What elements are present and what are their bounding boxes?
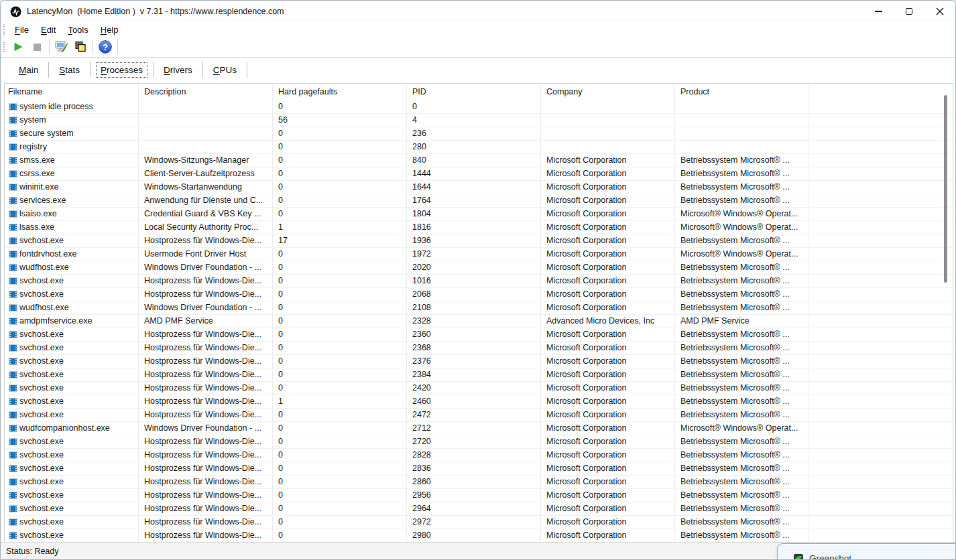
table-row[interactable]: svchost.exeHostprozess für Windows-Die..… — [5, 275, 953, 288]
table-row[interactable]: svchost.exeHostprozess für Windows-Die..… — [5, 234, 953, 248]
cell-pid: 1764 — [407, 194, 541, 207]
table-row[interactable]: svchost.exeHostprozess für Windows-Die..… — [5, 529, 953, 543]
start-monitor-button[interactable] — [9, 38, 27, 56]
cell-product: Microsoft® Windows® Operat... — [675, 208, 809, 220]
greenshot-icon — [794, 554, 803, 560]
stop-monitor-button[interactable] — [27, 38, 46, 56]
cell-company: Microsoft Corporation — [541, 248, 675, 261]
cell-product: Betriebssystem Microsoft® ... — [675, 409, 809, 421]
table-row[interactable]: wudfcompanionhost.exeWindows Driver Foun… — [5, 422, 953, 435]
column-header-description[interactable]: Description — [139, 84, 273, 100]
table-row[interactable]: services.exeAnwendung für Dienste und C.… — [5, 194, 953, 208]
cell-filler — [809, 100, 953, 113]
cell-company: Microsoft Corporation — [541, 449, 675, 462]
menu-item-edit[interactable]: Edit — [35, 23, 62, 36]
tab-main[interactable]: Main — [14, 62, 43, 78]
process-icon — [9, 438, 17, 445]
table-row[interactable]: secure system0236 — [5, 127, 953, 141]
table-row[interactable]: amdpmfservice.exeAMD PMF Service02328Adv… — [5, 315, 953, 328]
toolbar-separator — [49, 40, 50, 54]
cell-description: Hostprozess für Windows-Die... — [139, 435, 273, 448]
cell-description: Windows Driver Foundation - ... — [139, 301, 273, 314]
table-row[interactable]: svchost.exeHostprozess für Windows-Die..… — [5, 502, 953, 516]
cell-filename: svchost.exe — [5, 529, 139, 542]
table-row[interactable]: svchost.exeHostprozess für Windows-Die..… — [5, 342, 953, 355]
cell-company: Microsoft Corporation — [541, 208, 675, 220]
cell-product: Microsoft® Windows® Operat... — [675, 248, 809, 261]
table-row[interactable]: system idle process00 — [5, 100, 953, 114]
table-row[interactable]: svchost.exeHostprozess für Windows-Die..… — [5, 382, 953, 395]
cell-filename: svchost.exe — [5, 462, 139, 475]
close-button[interactable] — [924, 1, 955, 22]
table-row[interactable]: registry0280 — [5, 141, 953, 154]
table-row[interactable]: svchost.exeHostprozess für Windows-Die..… — [5, 328, 953, 342]
minimize-button[interactable] — [863, 1, 894, 22]
stop-icon — [34, 44, 41, 51]
greenshot-toast[interactable]: Greenshot — [777, 543, 955, 559]
help-button[interactable]: ? — [96, 38, 115, 56]
cell-pid: 1972 — [407, 248, 541, 261]
column-header-pid[interactable]: PID — [407, 84, 541, 100]
menu-bar: FileEditToolsHelp — [1, 22, 955, 37]
table-row[interactable]: svchost.exeHostprozess für Windows-Die..… — [5, 368, 953, 382]
cell-filename: wudfhost.exe — [5, 301, 139, 314]
table-row[interactable]: wininit.exeWindows-Startanwendung01644Mi… — [5, 181, 953, 194]
process-icon — [9, 505, 17, 512]
table-row[interactable]: svchost.exeHostprozess für Windows-Die..… — [5, 449, 953, 462]
menu-gripper — [3, 24, 5, 35]
cell-pagefaults: 0 — [273, 248, 407, 261]
copy-window-icon — [74, 40, 87, 54]
table-row[interactable]: svchost.exeHostprozess für Windows-Die..… — [5, 516, 953, 529]
maximize-button[interactable] — [894, 1, 924, 22]
column-header-company[interactable]: Company — [541, 84, 675, 100]
table-row[interactable]: lsass.exeLocal Security Authority Proc..… — [5, 221, 953, 234]
table-row[interactable]: svchost.exeHostprozess für Windows-Die..… — [5, 435, 953, 449]
status-text: Status: Ready — [6, 547, 59, 556]
accelerator-letter: S — [59, 65, 65, 75]
table-row[interactable]: wudfhost.exeWindows Driver Foundation - … — [5, 301, 953, 315]
cell-pid: 2712 — [407, 422, 541, 435]
table-row[interactable]: lsaiso.exeCredential Guard & VBS Key ...… — [5, 208, 953, 221]
cell-filename: secure system — [5, 127, 139, 140]
table-row[interactable]: wudfhost.exeWindows Driver Foundation - … — [5, 261, 953, 275]
cell-description — [139, 100, 273, 113]
column-header-hard-pagefaults[interactable]: Hard pagefaults — [273, 84, 407, 100]
cell-filename: services.exe — [5, 194, 139, 207]
table-row[interactable]: svchost.exeHostprozess für Windows-Die..… — [5, 395, 953, 409]
table-row[interactable]: system564 — [5, 114, 953, 127]
cell-pagefaults: 1 — [273, 395, 407, 408]
copy-window-button[interactable] — [71, 38, 90, 56]
cell-pagefaults: 0 — [273, 435, 407, 448]
menu-item-help[interactable]: Help — [95, 23, 125, 36]
filename-text: wininit.exe — [19, 181, 58, 194]
table-row[interactable]: csrss.exeClient-Server-Laufzeitprozess01… — [5, 167, 953, 181]
table-row[interactable]: svchost.exeHostprozess für Windows-Die..… — [5, 476, 953, 489]
filename-text: svchost.exe — [19, 234, 64, 247]
cell-filler — [809, 355, 953, 368]
tab-stats[interactable]: Stats — [54, 62, 84, 78]
tab-processes[interactable]: Processes — [96, 62, 147, 78]
filename-text: fontdrvhost.exe — [19, 248, 76, 261]
table-row[interactable]: svchost.exeHostprozess für Windows-Die..… — [5, 409, 953, 422]
tab-cpus[interactable]: CPUs — [208, 62, 241, 78]
menu-item-file[interactable]: File — [9, 23, 35, 36]
cell-filler — [809, 221, 953, 234]
process-icon — [9, 371, 17, 378]
table-row[interactable]: svchost.exeHostprozess für Windows-Die..… — [5, 489, 953, 502]
system-report-button[interactable] — [52, 38, 71, 56]
cell-filler — [809, 194, 953, 207]
cell-pagefaults: 0 — [273, 355, 407, 368]
column-header-product[interactable]: Product — [675, 84, 809, 100]
menu-item-tools[interactable]: Tools — [62, 23, 94, 36]
vertical-scrollbar[interactable] — [944, 95, 947, 283]
minimize-icon — [875, 11, 882, 12]
table-row[interactable]: svchost.exeHostprozess für Windows-Die..… — [5, 288, 953, 301]
table-row[interactable]: smss.exeWindows-Sitzungs-Manager0840Micr… — [5, 154, 953, 167]
table-row[interactable]: fontdrvhost.exeUsermode Font Driver Host… — [5, 248, 953, 261]
tab-drivers[interactable]: Drivers — [159, 62, 197, 78]
cell-filename: svchost.exe — [5, 342, 139, 354]
column-header-filename[interactable]: Filename — [5, 84, 139, 100]
table-row[interactable]: svchost.exeHostprozess für Windows-Die..… — [5, 462, 953, 476]
table-row[interactable]: svchost.exeHostprozess für Windows-Die..… — [5, 355, 953, 368]
cell-pid: 4 — [407, 114, 541, 127]
